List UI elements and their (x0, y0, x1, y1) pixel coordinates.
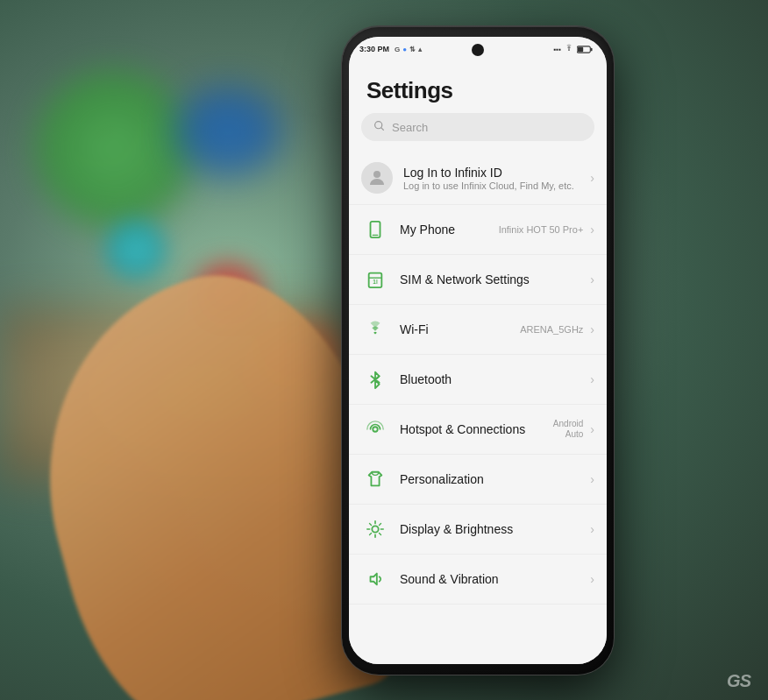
hotspot-content: Hotspot & Connections (400, 422, 553, 436)
personalization-icon-wrap (361, 465, 389, 493)
my-phone-content: My Phone (400, 223, 499, 237)
hotspot-icon (366, 420, 385, 439)
wifi-chevron: › (590, 322, 594, 336)
hotspot-icon-wrap (361, 415, 389, 443)
settings-item-hotspot[interactable]: Hotspot & Connections AndroidAuto › (349, 405, 607, 455)
sound-title: Sound & Vibration (400, 572, 587, 586)
svg-point-13 (372, 526, 378, 532)
svg-line-19 (379, 533, 380, 534)
status-g-icon: G (395, 46, 400, 53)
profile-content: Log In to Infinix ID Log in to use Infin… (403, 166, 587, 191)
wifi-icon-wrap (361, 315, 389, 343)
sound-content: Sound & Vibration (400, 572, 587, 586)
sim-chevron: › (590, 272, 594, 286)
status-arrow-icon: ▴ (418, 46, 422, 53)
my-phone-icon-wrap (361, 216, 389, 244)
status-signal-icon: ▪▪▪ (553, 46, 561, 53)
svg-point-12 (373, 427, 378, 432)
hotspot-value: AndroidAuto (553, 419, 583, 440)
personalization-chevron: › (590, 472, 594, 486)
sim-content: SIM & Network Settings (400, 272, 587, 286)
status-sync-icon: ⇅ (409, 46, 416, 53)
bluetooth-icon-wrap (361, 365, 389, 393)
display-content: Display & Brightness (400, 522, 587, 536)
wifi-title: Wi-Fi (400, 322, 520, 336)
svg-text:1l: 1l (373, 279, 378, 285)
svg-line-20 (379, 523, 380, 525)
status-time: 3:30 PM (359, 45, 389, 53)
settings-title: Settings (349, 61, 607, 113)
sound-chevron: › (590, 572, 594, 586)
bluetooth-chevron: › (590, 372, 594, 386)
search-placeholder: Search (392, 121, 428, 134)
settings-item-personalization[interactable]: Personalization › (349, 455, 607, 505)
settings-screen: Settings Search (349, 61, 607, 664)
phone-icon (366, 220, 385, 239)
hotspot-chevron: › (590, 422, 594, 436)
settings-item-sound[interactable]: Sound & Vibration › (349, 555, 607, 605)
personalization-title: Personalization (400, 472, 587, 486)
svg-line-4 (381, 128, 383, 130)
phone-body: 3:30 PM G ● ⇅ ▴ ▪▪▪ (342, 26, 614, 675)
phone-screen: 3:30 PM G ● ⇅ ▴ ▪▪▪ (349, 37, 607, 664)
shirt-icon (366, 470, 385, 489)
svg-line-21 (369, 533, 371, 534)
bluetooth-icon (366, 370, 385, 389)
svg-point-5 (373, 171, 380, 178)
settings-item-sim[interactable]: 1l SIM & Network Settings › (349, 255, 607, 305)
camera-cutout (472, 44, 484, 56)
bg-decoration-1 (35, 70, 193, 228)
my-phone-chevron: › (590, 223, 594, 237)
svg-rect-1 (591, 47, 593, 51)
my-phone-value: Infinix HOT 50 Pro+ (499, 224, 584, 235)
bluetooth-title: Bluetooth (400, 372, 587, 386)
sound-icon-wrap (361, 565, 389, 593)
settings-item-bluetooth[interactable]: Bluetooth › (349, 355, 607, 405)
wifi-icon (366, 320, 385, 339)
svg-marker-22 (371, 574, 377, 585)
svg-line-18 (369, 523, 371, 525)
bg-decoration-5 (105, 219, 167, 280)
bg-decoration-2 (175, 88, 281, 175)
sim-icon: 1l (366, 270, 385, 289)
search-bar[interactable]: Search (361, 113, 594, 141)
sun-icon (366, 520, 385, 539)
search-icon (373, 120, 385, 134)
status-wifi-icon (564, 44, 574, 54)
sim-icon-wrap: 1l (361, 265, 389, 293)
bluetooth-content: Bluetooth (400, 372, 587, 386)
settings-item-my-phone[interactable]: My Phone Infinix HOT 50 Pro+ › (349, 205, 607, 255)
phone: 3:30 PM G ● ⇅ ▴ ▪▪▪ (342, 26, 614, 675)
profile-avatar (361, 162, 393, 194)
wifi-value: ARENA_5GHz (520, 324, 583, 335)
sim-title: SIM & Network Settings (400, 272, 587, 286)
svg-rect-2 (578, 46, 583, 51)
watermark: GS (727, 671, 750, 691)
status-google-icon: ● (402, 46, 407, 53)
status-battery-icon (577, 46, 593, 53)
my-phone-title: My Phone (400, 223, 499, 237)
display-icon-wrap (361, 515, 389, 543)
status-bar-right: ▪▪▪ (553, 44, 593, 54)
personalization-content: Personalization (400, 472, 587, 486)
status-bar-left: 3:30 PM G ● ⇅ ▴ (359, 45, 422, 53)
profile-subtitle: Log in to use Infinix Cloud, Find My, et… (403, 180, 587, 191)
profile-title: Log In to Infinix ID (403, 166, 587, 180)
settings-item-wifi[interactable]: Wi-Fi ARENA_5GHz › (349, 305, 607, 355)
settings-item-profile[interactable]: Log In to Infinix ID Log in to use Infin… (349, 152, 607, 205)
settings-item-display[interactable]: Display & Brightness › (349, 505, 607, 555)
settings-list: Log In to Infinix ID Log in to use Infin… (349, 152, 607, 605)
profile-chevron: › (590, 171, 594, 185)
display-title: Display & Brightness (400, 522, 587, 536)
sound-icon (366, 569, 385, 589)
wifi-content: Wi-Fi (400, 322, 520, 336)
hotspot-title: Hotspot & Connections (400, 422, 553, 436)
display-chevron: › (590, 522, 594, 536)
